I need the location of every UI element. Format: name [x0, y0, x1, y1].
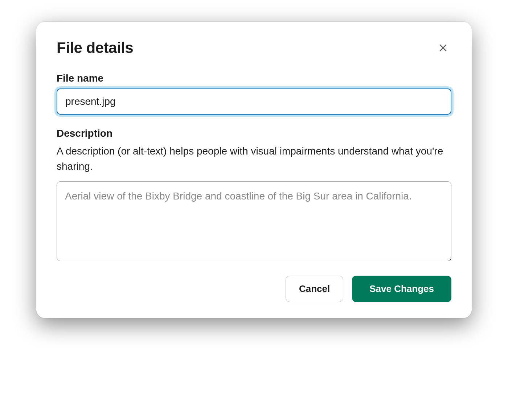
- dialog-footer: Cancel Save Changes: [57, 276, 451, 302]
- filename-group: File name: [57, 73, 451, 115]
- filename-label: File name: [57, 73, 451, 84]
- cancel-button[interactable]: Cancel: [286, 276, 343, 302]
- file-details-dialog: File details File name Description A des…: [36, 22, 472, 318]
- dialog-title: File details: [57, 39, 133, 57]
- filename-input[interactable]: [57, 88, 451, 115]
- dialog-header: File details: [57, 39, 451, 57]
- close-button[interactable]: [435, 40, 451, 56]
- description-group: Description A description (or alt-text) …: [57, 128, 451, 263]
- description-textarea[interactable]: [57, 181, 451, 261]
- save-button[interactable]: Save Changes: [352, 276, 451, 302]
- close-icon: [438, 42, 448, 53]
- description-label: Description: [57, 128, 451, 139]
- description-help-text: A description (or alt-text) helps people…: [57, 144, 451, 174]
